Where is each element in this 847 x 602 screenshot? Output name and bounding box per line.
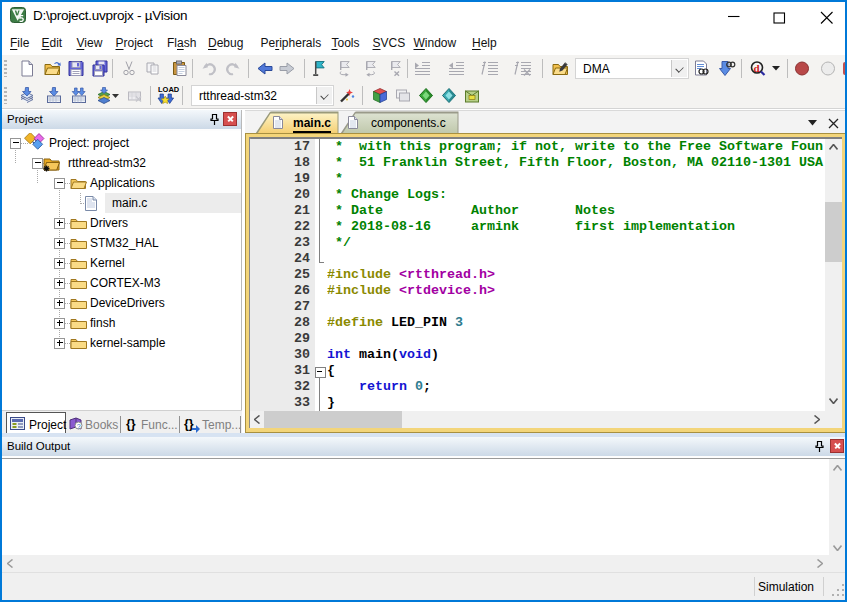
svg-text:?: ? [77,423,81,430]
svg-text:LOAD: LOAD [158,85,180,94]
svg-text:d: d [754,62,760,74]
